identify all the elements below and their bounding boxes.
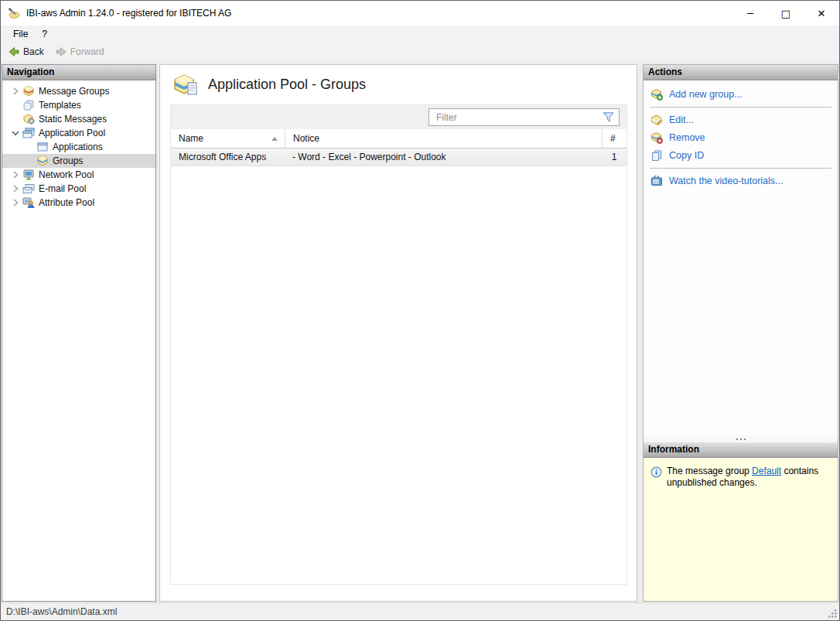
remove-action[interactable]: Remove — [644, 129, 838, 146]
column-header-name[interactable]: Name — [171, 129, 285, 148]
actions-header: Actions — [644, 65, 838, 80]
page-title-row: Application Pool - Groups — [160, 65, 637, 104]
table-row[interactable]: Microsoft Office Apps - Word - Excel - P… — [171, 148, 627, 166]
copy-icon — [650, 149, 663, 162]
page-title: Application Pool - Groups — [208, 77, 366, 93]
nav-item-groups[interactable]: Groups — [2, 154, 155, 168]
minimize-button[interactable]: ─ — [732, 1, 768, 26]
edit-group-icon — [650, 114, 663, 126]
column-label: Notice — [293, 133, 319, 144]
message-groups-icon — [22, 85, 35, 97]
data-file-path: D:\IBI-aws\Admin\Data.xml — [6, 606, 117, 617]
action-label: Add new group... — [669, 89, 743, 100]
information-header: Information — [644, 442, 838, 458]
nav-item-static-messages[interactable]: Static Messages — [2, 112, 155, 126]
nav-item-label: Application Pool — [39, 128, 105, 138]
add-group-icon — [650, 88, 663, 101]
right-panel: Actions Add new group... — [643, 64, 838, 602]
nav-item-label: Groups — [53, 155, 83, 166]
maximize-button[interactable]: □ — [768, 1, 804, 26]
nav-item-label: Message Groups — [39, 86, 109, 97]
actions-divider — [650, 107, 831, 107]
chevron-right-icon[interactable] — [8, 183, 22, 194]
cell-count: 1 — [602, 148, 627, 165]
resize-grip-icon[interactable] — [827, 608, 838, 619]
navigation-panel: Navigation Message Groups — [2, 64, 156, 602]
actions-divider — [650, 168, 831, 169]
nav-item-email-pool[interactable]: E-mail Pool — [2, 182, 155, 196]
menu-help[interactable]: ? — [35, 26, 54, 43]
window-controls: ─ □ ✕ — [732, 1, 839, 26]
back-button[interactable]: Back — [4, 44, 48, 60]
chevron-spacer — [8, 100, 22, 111]
forward-button[interactable]: Forward — [51, 44, 108, 60]
groups-table: Name Notice # Microsoft Office Apps - Wo… — [170, 104, 627, 585]
back-arrow-icon — [8, 46, 20, 58]
nav-item-label: E-mail Pool — [39, 183, 86, 194]
column-header-count[interactable]: # — [602, 129, 627, 148]
nav-item-label: Static Messages — [39, 114, 107, 125]
groups-icon — [36, 155, 49, 167]
status-bar: D:\IBI-aws\Admin\Data.xml — [1, 602, 839, 620]
table-header-row: Name Notice # — [171, 129, 627, 148]
window-title: IBI-aws Admin 1.24.0 - registered for IB… — [26, 8, 231, 19]
chevron-right-icon[interactable] — [8, 86, 22, 97]
filter-strip — [171, 105, 627, 129]
nav-item-templates[interactable]: Templates — [2, 98, 155, 112]
nav-item-label: Applications — [53, 142, 103, 152]
chevron-down-icon[interactable] — [8, 128, 22, 138]
menu-file[interactable]: File — [6, 26, 35, 43]
action-label: Edit... — [669, 114, 694, 125]
app-window: IBI-aws Admin 1.24.0 - registered for IB… — [0, 0, 840, 621]
navigation-tree: Message Groups Templates — [2, 80, 155, 210]
watch-tutorials-action[interactable]: Watch the video-tutorials... — [644, 172, 838, 189]
action-label: Remove — [669, 132, 705, 143]
nav-item-network-pool[interactable]: Network Pool — [2, 168, 155, 182]
email-pool-icon — [22, 183, 35, 195]
forward-arrow-icon — [55, 46, 67, 58]
forward-label: Forward — [70, 46, 104, 57]
nav-item-label: Templates — [39, 100, 81, 111]
nav-item-label: Network Pool — [39, 169, 94, 180]
chevron-right-icon[interactable] — [8, 197, 22, 208]
close-button[interactable]: ✕ — [804, 1, 839, 26]
info-icon — [650, 466, 662, 478]
actions-list: Add new group... Edit... — [644, 80, 838, 435]
filter-input[interactable] — [429, 108, 620, 126]
nav-item-application-pool[interactable]: Application Pool — [2, 126, 155, 140]
static-messages-icon — [22, 113, 35, 125]
cell-notice: - Word - Excel - Powerpoint - Outlook — [285, 148, 602, 165]
chevron-spacer — [22, 155, 36, 166]
action-label: Watch the video-tutorials... — [669, 176, 784, 186]
back-label: Back — [23, 46, 44, 57]
main-content: Application Pool - Groups Name Notice — [159, 64, 637, 602]
network-pool-icon — [22, 169, 35, 181]
nav-item-attribute-pool[interactable]: Attribute Pool — [2, 196, 155, 210]
app-icon — [7, 7, 21, 19]
application-pool-icon — [22, 127, 35, 139]
navigation-header: Navigation — [2, 65, 155, 80]
nav-item-message-groups[interactable]: Message Groups — [2, 84, 155, 98]
nav-item-label: Attribute Pool — [39, 197, 94, 208]
chevron-right-icon[interactable] — [8, 169, 22, 180]
page-title-icon — [172, 73, 199, 97]
copy-id-action[interactable]: Copy ID — [644, 147, 838, 164]
edit-action[interactable]: Edit... — [644, 111, 838, 128]
title-bar: IBI-aws Admin 1.24.0 - registered for IB… — [1, 1, 839, 26]
nav-item-applications[interactable]: Applications — [2, 140, 155, 154]
add-new-group-action[interactable]: Add new group... — [644, 86, 838, 103]
default-group-link[interactable]: Default — [752, 466, 781, 476]
sort-asc-icon — [271, 137, 278, 141]
column-header-notice[interactable]: Notice — [285, 129, 602, 148]
templates-icon — [22, 99, 35, 111]
action-label: Copy ID — [669, 150, 704, 161]
cell-name: Microsoft Office Apps — [171, 148, 285, 165]
chevron-spacer — [22, 142, 36, 152]
filter-icon[interactable] — [603, 111, 614, 123]
applications-icon — [36, 141, 49, 153]
menu-bar: File ? — [1, 26, 839, 43]
panel-splitter[interactable] — [644, 435, 838, 442]
tv-icon — [650, 175, 663, 187]
chevron-spacer — [8, 114, 22, 125]
workspace: Navigation Message Groups — [1, 61, 839, 602]
